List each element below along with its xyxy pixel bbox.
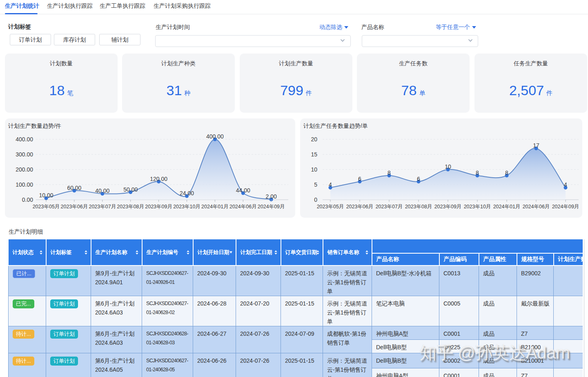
- svg-text:6: 6: [417, 176, 420, 182]
- svg-text:10.00: 10.00: [39, 192, 53, 199]
- svg-text:2023年06月: 2023年06月: [61, 204, 88, 210]
- svg-text:24.00: 24.00: [180, 190, 194, 196]
- svg-text:40.00: 40.00: [95, 187, 109, 194]
- svg-text:2023年07月: 2023年07月: [89, 204, 116, 210]
- svg-text:2023年05月: 2023年05月: [33, 204, 60, 210]
- svg-text:4: 4: [564, 181, 567, 188]
- svg-text:2023年09月: 2023年09月: [145, 204, 172, 210]
- svg-text:400.00: 400.00: [206, 133, 224, 140]
- svg-text:300.00: 300.00: [16, 151, 33, 158]
- svg-text:4: 4: [329, 181, 332, 188]
- svg-text:15: 15: [311, 151, 317, 158]
- svg-text:60.00: 60.00: [67, 185, 81, 191]
- svg-text:8: 8: [476, 170, 479, 176]
- svg-text:2024年09月: 2024年09月: [258, 204, 285, 210]
- svg-text:2024年01月: 2024年01月: [201, 204, 229, 210]
- svg-text:0.00: 0.00: [22, 196, 33, 203]
- svg-text:2023年05月: 2023年05月: [317, 204, 344, 210]
- svg-text:2.00: 2.00: [266, 193, 277, 200]
- svg-text:44.00: 44.00: [236, 187, 250, 194]
- svg-text:0: 0: [314, 196, 317, 203]
- svg-text:2023年06月: 2023年06月: [346, 204, 374, 210]
- svg-text:2023年07月: 2023年07月: [376, 204, 403, 210]
- svg-text:400.00: 400.00: [16, 136, 33, 143]
- svg-text:2024年09月: 2024年09月: [552, 204, 579, 210]
- svg-text:20: 20: [311, 136, 317, 143]
- svg-text:50.00: 50.00: [123, 186, 138, 193]
- svg-text:2023年08月: 2023年08月: [405, 204, 432, 210]
- svg-text:2023年09月: 2023年09月: [434, 204, 462, 210]
- svg-text:2023年08月: 2023年08月: [117, 204, 144, 210]
- svg-text:2024年06月: 2024年06月: [523, 204, 550, 210]
- svg-text:10: 10: [311, 166, 317, 173]
- svg-text:5: 5: [314, 181, 317, 188]
- svg-text:8: 8: [388, 170, 391, 176]
- svg-text:8: 8: [505, 170, 508, 176]
- svg-text:120.00: 120.00: [150, 176, 167, 182]
- svg-text:6: 6: [358, 176, 361, 182]
- svg-text:2023年10月: 2023年10月: [464, 204, 491, 210]
- svg-text:17: 17: [533, 142, 539, 149]
- svg-text:200.00: 200.00: [16, 166, 33, 173]
- svg-text:2024年06月: 2024年06月: [229, 204, 257, 210]
- svg-text:2023年10月: 2023年10月: [173, 204, 200, 210]
- svg-text:2024年01月: 2024年01月: [493, 204, 521, 210]
- svg-text:100.00: 100.00: [16, 181, 33, 188]
- svg-text:10: 10: [445, 163, 451, 170]
